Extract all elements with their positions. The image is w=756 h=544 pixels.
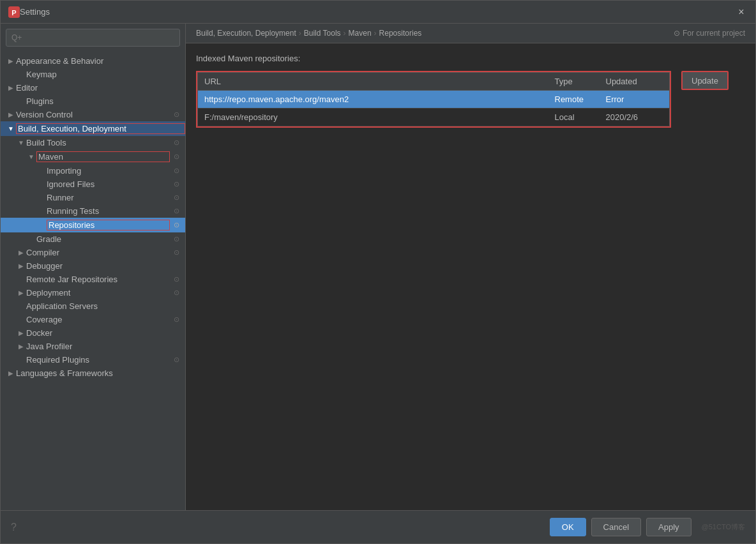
sidebar-item-java-profiler[interactable]: ▶ Java Profiler (1, 340, 185, 353)
for-project-label: For current project (683, 29, 745, 38)
breadcrumb-sep-3: › (374, 29, 377, 38)
sidebar-label-appearance: Appearance & Behavior (16, 56, 185, 66)
cancel-button[interactable]: Cancel (591, 518, 641, 536)
sidebar-label-maven: Maven (36, 151, 170, 162)
table-wrapper: URL Type Updated https://repo.maven.apac… (196, 71, 671, 128)
icon-maven: ⊙ (170, 153, 183, 161)
breadcrumb-part-3: Maven (349, 29, 372, 38)
cell-type-1: Remote (548, 91, 600, 109)
sidebar-item-maven[interactable]: ▼ Maven ⊙ (1, 149, 185, 164)
sidebar-item-runner[interactable]: Runner ⊙ (1, 191, 185, 204)
bottom-bar: ? OK Cancel Apply @51CTO博客 (1, 510, 755, 543)
sidebar-item-build-execution[interactable]: ▼ Build, Execution, Deployment (1, 121, 185, 136)
sidebar-label-coverage: Coverage (26, 315, 170, 324)
sidebar-label-languages: Languages & Frameworks (16, 368, 185, 378)
breadcrumb-path: Build, Execution, Deployment › Build Too… (196, 29, 421, 38)
sidebar-item-editor[interactable]: ▶ Editor (1, 81, 185, 94)
cell-type-2: Local (548, 109, 600, 126)
arrow-appearance: ▶ (6, 57, 16, 64)
sidebar-label-required-plugins: Required Plugins (26, 355, 170, 365)
arrow-debugger: ▶ (16, 262, 26, 269)
col-updated: Updated (600, 73, 670, 91)
table-row[interactable]: F:/maven/repository Local 2020/2/6 (198, 109, 670, 126)
sidebar-item-coverage[interactable]: Coverage ⊙ (1, 313, 185, 326)
close-button[interactable]: × (735, 6, 748, 19)
sidebar-label-app-servers: Application Servers (26, 301, 185, 311)
sidebar-item-keymap[interactable]: Keymap (1, 68, 185, 81)
arrow-maven: ▼ (26, 153, 36, 160)
icon-runner: ⊙ (170, 193, 183, 202)
sidebar-tree: ▶ Appearance & Behavior Keymap ▶ Editor … (1, 52, 185, 510)
sidebar-item-ignored-files[interactable]: Ignored Files ⊙ (1, 178, 185, 191)
arrow-build-tools: ▼ (16, 139, 26, 146)
svg-text:P: P (11, 9, 16, 17)
sidebar-label-debugger: Debugger (26, 261, 185, 271)
help-button[interactable]: ? (11, 522, 17, 533)
sidebar-label-version-control: Version Control (16, 110, 170, 119)
panel-content: Indexed Maven repositories: URL Type Upd… (186, 43, 755, 510)
icon-remote-jar: ⊙ (170, 275, 183, 283)
sidebar-item-running-tests[interactable]: Running Tests ⊙ (1, 204, 185, 218)
sidebar-item-required-plugins[interactable]: Required Plugins ⊙ (1, 353, 185, 366)
sidebar-item-build-tools[interactable]: ▼ Build Tools ⊙ (1, 136, 185, 149)
sidebar-label-plugins: Plugins (26, 96, 185, 106)
icon-ignored-files: ⊙ (170, 180, 183, 188)
sidebar-label-repositories: Repositories (47, 220, 170, 230)
sidebar-item-repositories[interactable]: Repositories ⊙ (1, 218, 185, 232)
sidebar-label-running-tests: Running Tests (47, 206, 170, 216)
sidebar-item-debugger[interactable]: ▶ Debugger (1, 259, 185, 273)
arrow-deployment: ▶ (16, 289, 26, 296)
icon-importing: ⊙ (170, 167, 183, 175)
col-type: Type (548, 73, 600, 91)
main-content: Q+ ▶ Appearance & Behavior Keymap ▶ Edit… (1, 24, 755, 510)
sidebar-item-gradle[interactable]: Gradle ⊙ (1, 232, 185, 246)
sidebar-label-gradle: Gradle (36, 234, 170, 244)
search-placeholder: Q+ (11, 33, 22, 42)
arrow-version-control: ▶ (6, 111, 16, 118)
icon-required-plugins: ⊙ (170, 356, 183, 364)
sidebar-label-java-profiler: Java Profiler (26, 342, 185, 351)
breadcrumb-sep-2: › (344, 29, 346, 38)
sidebar-item-app-servers[interactable]: Application Servers (1, 299, 185, 313)
sidebar-label-ignored-files: Ignored Files (47, 179, 170, 189)
sidebar-label-docker: Docker (26, 328, 185, 338)
table-outer: URL Type Updated https://repo.maven.apac… (196, 71, 745, 128)
search-box[interactable]: Q+ (6, 29, 180, 47)
breadcrumb-part-1: Build, Execution, Deployment (196, 29, 296, 38)
icon-compiler: ⊙ (170, 248, 183, 257)
right-panel: Build, Execution, Deployment › Build Too… (186, 24, 755, 510)
sidebar-item-remote-jar[interactable]: Remote Jar Repositories ⊙ (1, 273, 185, 286)
update-button[interactable]: Update (681, 71, 729, 90)
sidebar-item-version-control[interactable]: ▶ Version Control ⊙ (1, 108, 185, 121)
sidebar-label-importing: Importing (47, 166, 170, 176)
sidebar-item-appearance[interactable]: ▶ Appearance & Behavior (1, 54, 185, 68)
sidebar-item-docker[interactable]: ▶ Docker (1, 326, 185, 340)
sidebar-item-plugins[interactable]: Plugins (1, 94, 185, 108)
titlebar: P Settings × (1, 1, 755, 24)
arrow-editor: ▶ (6, 84, 16, 91)
watermark: @51CTO博客 (702, 522, 745, 532)
section-title: Indexed Maven repositories: (196, 54, 745, 63)
arrow-languages: ▶ (6, 370, 16, 377)
sidebar-label-build-execution: Build, Execution, Deployment (16, 123, 185, 134)
arrow-docker: ▶ (16, 329, 26, 336)
sidebar-item-languages[interactable]: ▶ Languages & Frameworks (1, 366, 185, 380)
icon-version-control: ⊙ (170, 110, 183, 119)
sidebar: Q+ ▶ Appearance & Behavior Keymap ▶ Edit… (1, 24, 186, 510)
sidebar-item-importing[interactable]: Importing ⊙ (1, 164, 185, 178)
sidebar-label-keymap: Keymap (26, 70, 185, 79)
table-row[interactable]: https://repo.maven.apache.org/maven2 Rem… (198, 91, 670, 109)
ok-button[interactable]: OK (550, 518, 586, 536)
sidebar-item-compiler[interactable]: ▶ Compiler ⊙ (1, 246, 185, 259)
sidebar-item-deployment[interactable]: ▶ Deployment ⊙ (1, 286, 185, 299)
breadcrumb-part-2: Build Tools (304, 29, 341, 38)
icon-build-tools: ⊙ (170, 139, 183, 147)
apply-button[interactable]: Apply (646, 518, 692, 536)
icon-running-tests: ⊙ (170, 207, 183, 215)
arrow-java-profiler: ▶ (16, 343, 26, 350)
project-icon: ⊙ (674, 29, 680, 38)
window-title: Settings (20, 7, 735, 17)
sidebar-label-build-tools: Build Tools (26, 138, 170, 147)
cell-updated-1: Error (600, 91, 670, 109)
action-buttons: OK Cancel Apply @51CTO博客 (550, 518, 745, 536)
